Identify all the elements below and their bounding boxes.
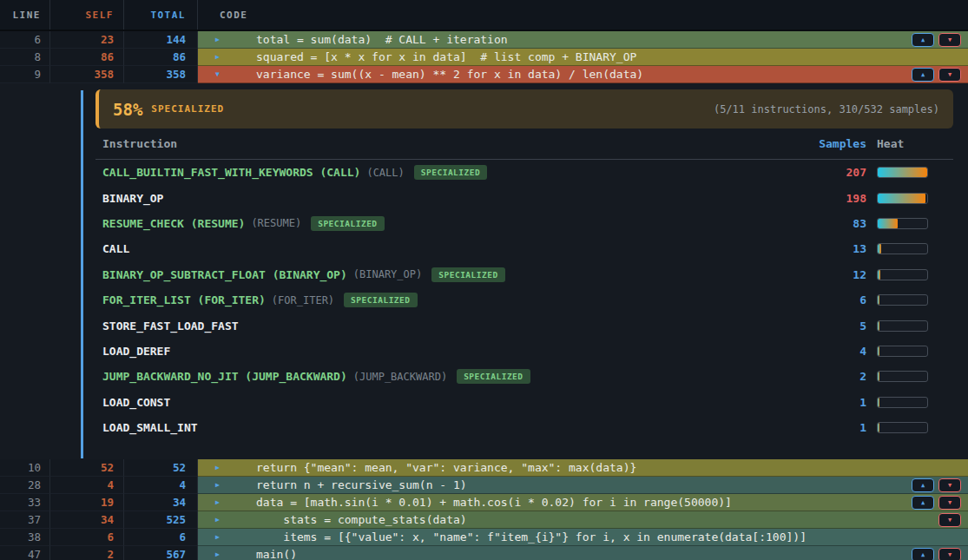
- heat-bar: [877, 193, 928, 204]
- code-cell[interactable]: ▶ main() ▲ ▼: [198, 546, 968, 560]
- code-cell[interactable]: ▶ squared = [x * x for x in data] # list…: [198, 49, 968, 66]
- total-samples: 567: [124, 546, 198, 560]
- expand-arrow-icon[interactable]: ▶: [215, 53, 227, 61]
- sample-count: 6: [814, 293, 866, 306]
- jump-down-button[interactable]: ▼: [938, 33, 961, 47]
- instruction-row: LOAD_CONST 1: [95, 390, 953, 415]
- header-line: LINE: [0, 0, 50, 30]
- heat-bar-fill: [878, 244, 881, 254]
- row-nav-buttons: ▲ ▼: [912, 548, 961, 560]
- sample-count: 1: [814, 396, 866, 409]
- specialized-summary-note: (5/11 instructions, 310/532 samples): [714, 103, 939, 115]
- code-text: main(): [256, 548, 297, 560]
- row-nav-buttons: ▲ ▼: [912, 68, 961, 82]
- code-text: return {"mean": mean, "var": variance, "…: [256, 461, 636, 474]
- jump-up-button[interactable]: ▲: [912, 68, 934, 82]
- code-text: data = [math.sin(i * 0.01) + math.cos(i …: [256, 496, 732, 509]
- code-cell[interactable]: ▶ stats = compute_stats(data) ▼: [198, 511, 968, 529]
- self-samples: 52: [50, 459, 124, 477]
- jump-down-button[interactable]: ▼: [938, 68, 961, 82]
- line-number: 33: [0, 494, 50, 511]
- instruction-name: CALL_BUILTIN_FAST_WITH_KEYWORDS (CALL): [102, 166, 360, 179]
- col-instruction: Instruction: [95, 137, 814, 150]
- row-nav-buttons: ▲ ▼: [912, 33, 961, 47]
- code-row-line-33[interactable]: 33 19 34 ▶ data = [math.sin(i * 0.01) + …: [0, 494, 968, 511]
- code-row-line-47[interactable]: 47 2 567 ▶ main() ▲ ▼: [0, 546, 968, 560]
- jump-up-button[interactable]: ▲: [912, 496, 934, 510]
- code-cell[interactable]: ▶ data = [math.sin(i * 0.01) + math.cos(…: [198, 494, 968, 511]
- line-number: 10: [0, 459, 50, 477]
- self-samples: 34: [50, 511, 124, 529]
- expanded-indicator-line: [81, 90, 83, 458]
- self-samples: 19: [50, 494, 124, 511]
- instruction-table: Instruction Samples Heat CALL_BUILTIN_FA…: [95, 128, 953, 440]
- code-row-line-10[interactable]: 10 52 52 ▶ return {"mean": mean, "var": …: [0, 459, 968, 477]
- jump-up-button[interactable]: ▲: [912, 478, 934, 492]
- expand-arrow-icon[interactable]: ▶: [215, 481, 227, 489]
- line-number: 6: [0, 31, 50, 49]
- self-samples: 358: [50, 66, 124, 83]
- instruction-name: LOAD_SMALL_INT: [102, 421, 198, 434]
- instruction-base-opcode: (FOR_ITER): [272, 294, 334, 306]
- heat-bar: [877, 218, 928, 229]
- code-row-line-6[interactable]: 6 23 144 ▶ total = sum(data) # CALL + it…: [0, 31, 968, 49]
- sample-count: 1: [814, 421, 866, 434]
- expand-arrow-icon[interactable]: ▶: [215, 516, 227, 524]
- code-row-line-28[interactable]: 28 4 4 ▶ return n + recursive_sum(n - 1)…: [0, 477, 968, 494]
- col-samples: Samples: [814, 137, 866, 150]
- heat-bar: [877, 294, 928, 306]
- instruction-name: JUMP_BACKWARD_NO_JIT (JUMP_BACKWARD): [102, 370, 347, 383]
- expand-arrow-icon[interactable]: ▶: [215, 498, 227, 506]
- expand-arrow-icon[interactable]: ▶: [215, 550, 227, 558]
- specialization-panel: 58% SPECIALIZED (5/11 instructions, 310/…: [0, 89, 968, 459]
- heat-bar-fill: [878, 270, 880, 280]
- instruction-name: LOAD_DEREF: [102, 345, 170, 358]
- code-row-line-37[interactable]: 37 34 525 ▶ stats = compute_stats(data) …: [0, 511, 968, 529]
- instruction-base-opcode: (CALL): [366, 167, 404, 179]
- specialized-percent-label: SPECIALIZED: [151, 103, 224, 115]
- sample-count: 13: [814, 242, 866, 255]
- sample-count: 4: [814, 345, 866, 358]
- heat-bar: [877, 422, 928, 433]
- jump-down-button[interactable]: ▼: [938, 478, 961, 492]
- instruction-row: LOAD_DEREF 4: [95, 339, 953, 364]
- code-cell[interactable]: ▶ total = sum(data) # CALL + iteration ▲…: [198, 31, 968, 49]
- instruction-base-opcode: (JUMP_BACKWARD): [353, 371, 447, 383]
- jump-down-button[interactable]: ▼: [938, 513, 961, 527]
- header-self: SELF: [50, 0, 124, 30]
- instruction-row: BINARY_OP 198: [95, 185, 953, 210]
- expand-arrow-icon[interactable]: ▶: [215, 464, 227, 471]
- header-code: CODE: [198, 0, 968, 30]
- specialized-badge: SPECIALIZED: [457, 369, 530, 384]
- jump-down-button[interactable]: ▼: [938, 496, 961, 510]
- instruction-row: FOR_ITER_LIST (FOR_ITER) (FOR_ITER) SPEC…: [95, 287, 953, 313]
- sample-count: 198: [814, 192, 866, 205]
- code-cell[interactable]: ▶ return {"mean": mean, "var": variance,…: [198, 459, 968, 477]
- jump-up-button[interactable]: ▲: [912, 548, 934, 560]
- instruction-base-opcode: (BINARY_OP): [353, 268, 422, 280]
- instruction-name: FOR_ITER_LIST (FOR_ITER): [102, 293, 266, 306]
- specialized-badge: SPECIALIZED: [311, 216, 384, 231]
- total-samples: 358: [124, 66, 198, 83]
- self-samples: 2: [50, 546, 124, 560]
- instruction-row: JUMP_BACKWARD_NO_JIT (JUMP_BACKWARD) (JU…: [95, 364, 953, 389]
- instruction-row: LOAD_SMALL_INT 1: [95, 415, 953, 440]
- code-cell[interactable]: ▶ items = [{"value": x, "name": f"item_{…: [198, 529, 968, 546]
- heat-bar-fill: [878, 321, 879, 331]
- self-samples: 4: [50, 477, 124, 494]
- heat-bar-fill: [878, 295, 879, 305]
- code-row-line-38[interactable]: 38 6 6 ▶ items = [{"value": x, "name": f…: [0, 529, 968, 546]
- collapse-arrow-icon[interactable]: ▼: [215, 70, 227, 78]
- expand-arrow-icon[interactable]: ▶: [215, 533, 227, 541]
- jump-up-button[interactable]: ▲: [912, 33, 934, 47]
- total-samples: 525: [124, 511, 198, 529]
- code-row-line-9-expanded[interactable]: 9 358 358 ▼ variance = sum((x - mean) **…: [0, 66, 968, 83]
- jump-down-button[interactable]: ▼: [938, 548, 961, 560]
- code-row-line-8[interactable]: 8 86 86 ▶ squared = [x * x for x in data…: [0, 49, 968, 66]
- expand-arrow-icon[interactable]: ▶: [215, 36, 227, 43]
- code-cell[interactable]: ▶ return n + recursive_sum(n - 1) ▲ ▼: [198, 477, 968, 494]
- heat-bar-fill: [878, 423, 879, 432]
- instruction-name: STORE_FAST_LOAD_FAST: [102, 320, 239, 333]
- instruction-name: BINARY_OP_SUBTRACT_FLOAT (BINARY_OP): [102, 268, 347, 281]
- code-cell[interactable]: ▼ variance = sum((x - mean) ** 2 for x i…: [198, 66, 968, 83]
